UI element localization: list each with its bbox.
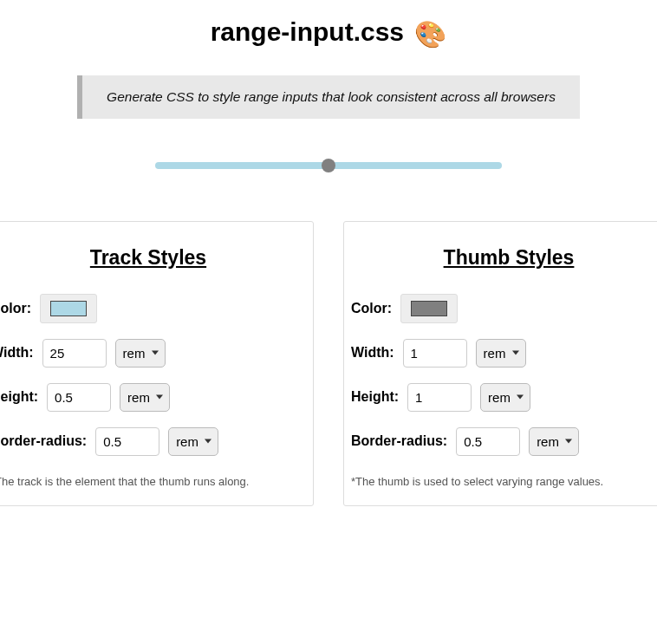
thumb-border-radius-input[interactable]	[456, 427, 520, 456]
track-width-label: Width:	[0, 345, 34, 361]
thumb-width-input[interactable]	[403, 339, 467, 368]
track-width-unit-select[interactable]: rem	[115, 339, 166, 368]
track-height-unit-select[interactable]: rem	[120, 383, 170, 412]
description-text: Generate CSS to style range inputs that …	[107, 89, 556, 104]
track-border-radius-unit-select[interactable]: rem	[168, 427, 218, 456]
track-color-label: Color:	[0, 301, 31, 316]
thumb-height-row: Height: rem	[351, 383, 657, 412]
thumb-border-radius-row: Border-radius: rem	[351, 427, 657, 456]
panels-container: Track Styles Color: Width: rem Height: r…	[0, 221, 657, 506]
track-height-label: Height:	[0, 389, 38, 405]
thumb-color-row: Color:	[351, 294, 657, 323]
track-width-input[interactable]	[42, 339, 107, 368]
thumb-height-input[interactable]	[407, 383, 472, 412]
title-text: range-input.css	[211, 17, 404, 46]
thumb-panel: Thumb Styles Color: Width: rem Height: r…	[343, 221, 657, 506]
track-note: *The track is the element that the thumb…	[0, 475, 306, 488]
thumb-border-radius-unit-select[interactable]: rem	[529, 427, 579, 456]
thumb-height-unit-select[interactable]: rem	[480, 383, 530, 412]
thumb-color-swatch	[411, 301, 447, 316]
track-border-radius-input[interactable]	[95, 427, 159, 456]
track-height-row: Height: rem	[0, 383, 306, 412]
thumb-width-label: Width:	[351, 345, 394, 361]
thumb-color-label: Color:	[351, 301, 392, 316]
track-color-row: Color:	[0, 294, 306, 323]
thumb-width-unit-select[interactable]: rem	[476, 339, 526, 368]
track-color-input[interactable]	[40, 294, 97, 323]
track-color-swatch	[50, 301, 87, 316]
thumb-note: *The thumb is used to select varying ran…	[351, 475, 657, 488]
demo-range-input[interactable]	[155, 162, 502, 169]
thumb-height-label: Height:	[351, 389, 399, 405]
thumb-border-radius-label: Border-radius:	[351, 433, 447, 449]
demo-slider-wrap	[0, 162, 657, 169]
track-border-radius-label: Border-radius:	[0, 433, 87, 449]
thumb-color-input[interactable]	[400, 294, 458, 323]
palette-icon: 🎨	[414, 19, 446, 49]
thumb-width-row: Width: rem	[351, 339, 657, 368]
track-panel-title: Track Styles	[0, 246, 306, 270]
track-panel: Track Styles Color: Width: rem Height: r…	[0, 221, 314, 506]
description-block: Generate CSS to style range inputs that …	[77, 75, 580, 119]
track-border-radius-row: Border-radius: rem	[0, 427, 306, 456]
track-width-row: Width: rem	[0, 339, 306, 368]
track-height-input[interactable]	[47, 383, 111, 412]
thumb-panel-title: Thumb Styles	[351, 246, 657, 270]
page-title: range-input.css 🎨	[0, 17, 657, 49]
